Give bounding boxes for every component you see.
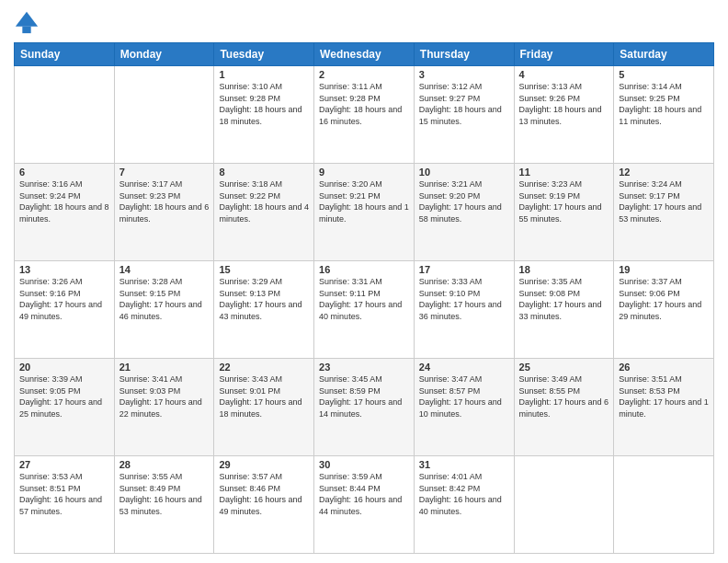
day-info: Sunrise: 3:26 AM Sunset: 9:16 PM Dayligh… [19,276,109,322]
day-info: Sunrise: 3:57 AM Sunset: 8:46 PM Dayligh… [219,471,309,517]
day-info: Sunrise: 3:13 AM Sunset: 9:26 PM Dayligh… [519,81,609,127]
day-info: Sunrise: 3:59 AM Sunset: 8:44 PM Dayligh… [319,471,409,517]
calendar-cell: 25Sunrise: 3:49 AM Sunset: 8:55 PM Dayli… [514,359,614,456]
calendar-cell: 2Sunrise: 3:11 AM Sunset: 9:28 PM Daylig… [314,66,415,164]
day-number: 29 [219,459,309,470]
calendar-cell: 28Sunrise: 3:55 AM Sunset: 8:49 PM Dayli… [114,456,214,554]
day-number: 15 [219,264,309,275]
logo [14,9,43,35]
day-number: 3 [419,69,509,80]
calendar-cell: 22Sunrise: 3:43 AM Sunset: 9:01 PM Dayli… [214,359,314,456]
day-info: Sunrise: 3:37 AM Sunset: 9:06 PM Dayligh… [619,276,709,322]
day-info: Sunrise: 3:51 AM Sunset: 8:53 PM Dayligh… [619,373,709,419]
calendar-cell: 20Sunrise: 3:39 AM Sunset: 9:05 PM Dayli… [15,359,115,456]
calendar-cell: 13Sunrise: 3:26 AM Sunset: 9:16 PM Dayli… [15,261,115,359]
day-info: Sunrise: 3:12 AM Sunset: 9:27 PM Dayligh… [419,81,509,127]
calendar-cell: 8Sunrise: 3:18 AM Sunset: 9:22 PM Daylig… [214,164,314,261]
day-info: Sunrise: 3:33 AM Sunset: 9:10 PM Dayligh… [419,276,509,322]
day-info: Sunrise: 3:49 AM Sunset: 8:55 PM Dayligh… [519,373,609,419]
calendar-cell: 16Sunrise: 3:31 AM Sunset: 9:11 PM Dayli… [314,261,415,359]
weekday-header: Monday [114,43,214,66]
day-number: 5 [619,69,709,80]
calendar-cell: 14Sunrise: 3:28 AM Sunset: 9:15 PM Dayli… [114,261,214,359]
day-info: Sunrise: 3:47 AM Sunset: 8:57 PM Dayligh… [419,373,509,419]
day-info: Sunrise: 3:20 AM Sunset: 9:21 PM Dayligh… [319,178,409,224]
calendar-week-row: 20Sunrise: 3:39 AM Sunset: 9:05 PM Dayli… [15,359,714,456]
day-number: 24 [419,362,509,373]
day-number: 2 [319,69,409,80]
day-info: Sunrise: 3:17 AM Sunset: 9:23 PM Dayligh… [119,178,210,224]
day-number: 16 [319,264,409,275]
calendar-cell: 30Sunrise: 3:59 AM Sunset: 8:44 PM Dayli… [314,456,415,554]
calendar-cell: 19Sunrise: 3:37 AM Sunset: 9:06 PM Dayli… [614,261,714,359]
calendar-cell: 5Sunrise: 3:14 AM Sunset: 9:25 PM Daylig… [614,66,714,164]
calendar-cell: 24Sunrise: 3:47 AM Sunset: 8:57 PM Dayli… [414,359,514,456]
calendar-cell: 15Sunrise: 3:29 AM Sunset: 9:13 PM Dayli… [214,261,314,359]
day-info: Sunrise: 3:45 AM Sunset: 8:59 PM Dayligh… [319,373,409,419]
weekday-header: Wednesday [314,43,415,66]
calendar-cell: 10Sunrise: 3:21 AM Sunset: 9:20 PM Dayli… [414,164,514,261]
header [14,9,714,35]
calendar-cell [114,66,214,164]
day-number: 31 [419,459,509,470]
day-info: Sunrise: 3:11 AM Sunset: 9:28 PM Dayligh… [319,81,409,127]
day-info: Sunrise: 3:31 AM Sunset: 9:11 PM Dayligh… [319,276,409,322]
calendar-cell [614,456,714,554]
calendar-cell: 18Sunrise: 3:35 AM Sunset: 9:08 PM Dayli… [514,261,614,359]
weekday-header: Sunday [15,43,115,66]
day-number: 4 [519,69,609,80]
calendar-cell: 26Sunrise: 3:51 AM Sunset: 8:53 PM Dayli… [614,359,714,456]
svg-marker-0 [16,12,38,27]
calendar-cell [514,456,614,554]
calendar-cell: 3Sunrise: 3:12 AM Sunset: 9:27 PM Daylig… [414,66,514,164]
weekday-header: Friday [514,43,614,66]
day-info: Sunrise: 3:35 AM Sunset: 9:08 PM Dayligh… [519,276,609,322]
day-number: 27 [19,459,109,470]
calendar-week-row: 27Sunrise: 3:53 AM Sunset: 8:51 PM Dayli… [15,456,714,554]
day-info: Sunrise: 3:10 AM Sunset: 9:28 PM Dayligh… [219,81,309,127]
calendar-table: SundayMondayTuesdayWednesdayThursdayFrid… [14,42,714,554]
day-info: Sunrise: 3:41 AM Sunset: 9:03 PM Dayligh… [119,373,210,419]
weekday-header: Tuesday [214,43,314,66]
calendar-week-row: 13Sunrise: 3:26 AM Sunset: 9:16 PM Dayli… [15,261,714,359]
day-info: Sunrise: 3:18 AM Sunset: 9:22 PM Dayligh… [219,178,309,224]
day-number: 7 [119,167,210,178]
day-number: 23 [319,362,409,373]
calendar-cell: 1Sunrise: 3:10 AM Sunset: 9:28 PM Daylig… [214,66,314,164]
calendar-cell: 17Sunrise: 3:33 AM Sunset: 9:10 PM Dayli… [414,261,514,359]
calendar-cell: 23Sunrise: 3:45 AM Sunset: 8:59 PM Dayli… [314,359,415,456]
day-number: 6 [19,167,109,178]
day-info: Sunrise: 3:16 AM Sunset: 9:24 PM Dayligh… [19,178,109,224]
day-info: Sunrise: 3:23 AM Sunset: 9:19 PM Dayligh… [519,178,609,224]
calendar-cell: 9Sunrise: 3:20 AM Sunset: 9:21 PM Daylig… [314,164,415,261]
day-number: 14 [119,264,210,275]
calendar-week-row: 6Sunrise: 3:16 AM Sunset: 9:24 PM Daylig… [15,164,714,261]
day-info: Sunrise: 3:24 AM Sunset: 9:17 PM Dayligh… [619,178,709,224]
day-number: 13 [19,264,109,275]
day-number: 19 [619,264,709,275]
calendar-cell: 4Sunrise: 3:13 AM Sunset: 9:26 PM Daylig… [514,66,614,164]
calendar-week-row: 1Sunrise: 3:10 AM Sunset: 9:28 PM Daylig… [15,66,714,164]
calendar-body: 1Sunrise: 3:10 AM Sunset: 9:28 PM Daylig… [15,66,714,554]
weekday-header: Saturday [614,43,714,66]
page: SundayMondayTuesdayWednesdayThursdayFrid… [0,0,728,563]
calendar-cell: 11Sunrise: 3:23 AM Sunset: 9:19 PM Dayli… [514,164,614,261]
calendar-cell: 7Sunrise: 3:17 AM Sunset: 9:23 PM Daylig… [114,164,214,261]
day-info: Sunrise: 3:53 AM Sunset: 8:51 PM Dayligh… [19,471,109,517]
calendar-cell: 21Sunrise: 3:41 AM Sunset: 9:03 PM Dayli… [114,359,214,456]
day-number: 25 [519,362,609,373]
day-info: Sunrise: 4:01 AM Sunset: 8:42 PM Dayligh… [419,471,509,517]
svg-marker-1 [22,27,30,33]
day-info: Sunrise: 3:21 AM Sunset: 9:20 PM Dayligh… [419,178,509,224]
weekday-row: SundayMondayTuesdayWednesdayThursdayFrid… [15,43,714,66]
calendar-cell: 29Sunrise: 3:57 AM Sunset: 8:46 PM Dayli… [214,456,314,554]
day-info: Sunrise: 3:39 AM Sunset: 9:05 PM Dayligh… [19,373,109,419]
day-number: 28 [119,459,210,470]
day-number: 30 [319,459,409,470]
day-number: 18 [519,264,609,275]
day-info: Sunrise: 3:28 AM Sunset: 9:15 PM Dayligh… [119,276,210,322]
day-info: Sunrise: 3:43 AM Sunset: 9:01 PM Dayligh… [219,373,309,419]
logo-icon [14,9,40,35]
day-number: 21 [119,362,210,373]
day-number: 8 [219,167,309,178]
